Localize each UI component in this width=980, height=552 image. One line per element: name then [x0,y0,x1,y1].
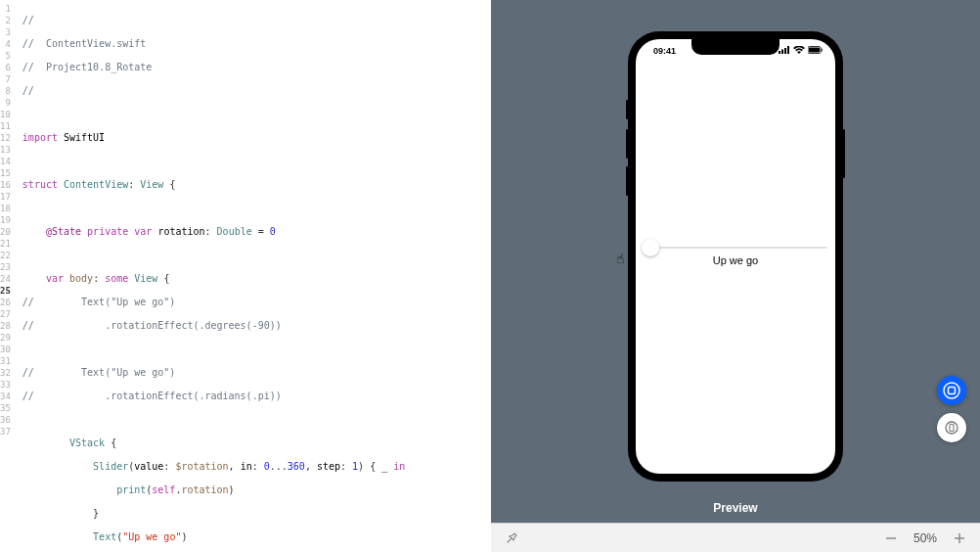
zoom-in-button[interactable] [949,528,970,549]
device-frame: 09:41 [628,31,843,482]
live-preview-button[interactable] [937,376,966,405]
slider-thumb[interactable] [642,239,659,256]
code-editor[interactable]: 1234567891011121314151617181920212223242… [0,0,491,552]
app-body: Up we go [636,39,835,474]
svg-point-9 [946,422,958,434]
device-notch [691,39,780,55]
device-settings-button[interactable] [937,413,966,442]
cursor-hand-icon: ☝ [616,251,624,266]
svg-rect-8 [949,388,956,394]
zoom-out-button[interactable] [880,528,902,549]
app-slider[interactable] [644,247,827,249]
app-text: Up we go [713,254,758,266]
svg-rect-10 [950,425,954,432]
pin-button[interactable] [501,528,522,549]
line-gutter: 1234567891011121314151617181920212223242… [0,0,17,552]
device-screen: 09:41 [636,39,835,474]
preview-canvas[interactable]: ☝ 09:41 [491,0,980,495]
preview-label: Preview [491,495,980,523]
bottom-bar: 50% [491,523,980,552]
zoom-level: 50% [902,531,949,545]
svg-point-7 [944,383,959,398]
preview-pane: ☝ 09:41 [491,0,980,552]
code-body[interactable]: // // ContentView.swift // Project10.8_R… [17,0,506,552]
